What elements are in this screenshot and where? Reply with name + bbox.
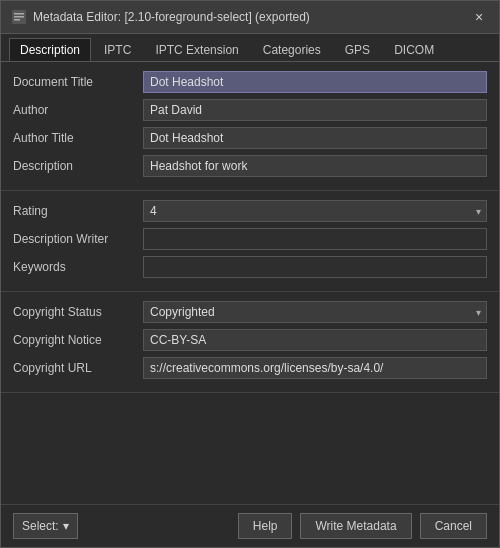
description-input[interactable] [143, 155, 487, 177]
copyright-status-row: Copyright Status Unknown Copyrighted Pub… [13, 300, 487, 324]
author-input[interactable] [143, 99, 487, 121]
document-title-input[interactable] [143, 71, 487, 93]
author-title-input[interactable] [143, 127, 487, 149]
copyright-notice-row: Copyright Notice [13, 328, 487, 352]
help-button[interactable]: Help [238, 513, 293, 539]
copyright-notice-label: Copyright Notice [13, 333, 143, 347]
select-dropdown-wrapper: Select: ▾ [13, 513, 78, 539]
copyright-url-row: Copyright URL [13, 356, 487, 380]
rating-select[interactable]: 0 1 2 3 4 5 [143, 200, 487, 222]
svg-rect-3 [14, 19, 20, 21]
tab-description[interactable]: Description [9, 38, 91, 61]
copyright-status-select[interactable]: Unknown Copyrighted Public Domain [143, 301, 487, 323]
content-area: Document Title Author Author Title Descr… [1, 62, 499, 504]
svg-rect-1 [14, 13, 24, 15]
select-button[interactable]: Select: ▾ [13, 513, 78, 539]
rating-row: Rating 0 1 2 3 4 5 ▾ [13, 199, 487, 223]
keywords-label: Keywords [13, 260, 143, 274]
title-bar-left: Metadata Editor: [2.10-foreground-select… [11, 9, 310, 25]
description-label: Description [13, 159, 143, 173]
action-buttons: Help Write Metadata Cancel [238, 513, 487, 539]
keywords-input[interactable] [143, 256, 487, 278]
author-label: Author [13, 103, 143, 117]
author-title-row: Author Title [13, 126, 487, 150]
app-icon [11, 9, 27, 25]
rating-label: Rating [13, 204, 143, 218]
tab-gps[interactable]: GPS [334, 38, 381, 61]
spacer2 [1, 401, 499, 409]
basic-fields-section: Document Title Author Author Title Descr… [1, 62, 499, 191]
select-button-label: Select: [22, 519, 59, 533]
copyright-status-label: Copyright Status [13, 305, 143, 319]
desc-writer-input[interactable] [143, 228, 487, 250]
close-button[interactable]: × [469, 7, 489, 27]
document-title-row: Document Title [13, 70, 487, 94]
tab-bar: Description IPTC IPTC Extension Categori… [1, 34, 499, 62]
select-chevron-icon: ▾ [63, 519, 69, 533]
author-title-label: Author Title [13, 131, 143, 145]
tab-iptc[interactable]: IPTC [93, 38, 142, 61]
desc-writer-label: Description Writer [13, 232, 143, 246]
spacer3 [1, 409, 499, 417]
copyright-notice-input[interactable] [143, 329, 487, 351]
copyright-status-select-wrapper: Unknown Copyrighted Public Domain ▾ [143, 301, 487, 323]
copyright-url-label: Copyright URL [13, 361, 143, 375]
copyright-section: Copyright Status Unknown Copyrighted Pub… [1, 292, 499, 393]
tab-categories[interactable]: Categories [252, 38, 332, 61]
tab-dicom[interactable]: DICOM [383, 38, 445, 61]
write-metadata-button[interactable]: Write Metadata [300, 513, 411, 539]
svg-rect-2 [14, 16, 24, 18]
desc-writer-row: Description Writer [13, 227, 487, 251]
metadata-editor-dialog: Metadata Editor: [2.10-foreground-select… [0, 0, 500, 548]
copyright-url-input[interactable] [143, 357, 487, 379]
document-title-label: Document Title [13, 75, 143, 89]
rating-select-wrapper: 0 1 2 3 4 5 ▾ [143, 200, 487, 222]
spacer [1, 393, 499, 401]
author-row: Author [13, 98, 487, 122]
rating-section: Rating 0 1 2 3 4 5 ▾ Description Writer [1, 191, 499, 292]
window-title: Metadata Editor: [2.10-foreground-select… [33, 10, 310, 24]
keywords-row: Keywords [13, 255, 487, 279]
cancel-button[interactable]: Cancel [420, 513, 487, 539]
tab-iptc-extension[interactable]: IPTC Extension [144, 38, 249, 61]
description-row: Description [13, 154, 487, 178]
title-bar: Metadata Editor: [2.10-foreground-select… [1, 1, 499, 34]
bottom-bar: Select: ▾ Help Write Metadata Cancel [1, 504, 499, 547]
